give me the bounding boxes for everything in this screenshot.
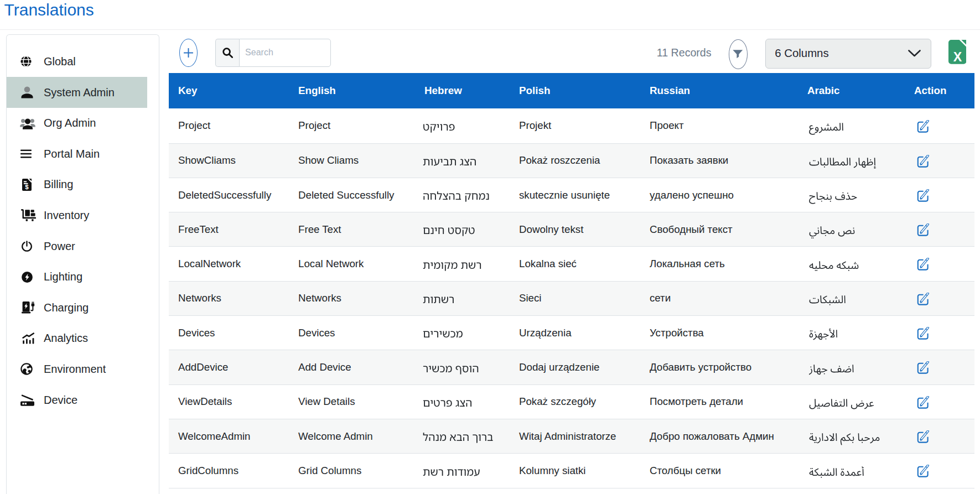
svg-text:$: $: [25, 184, 29, 190]
svg-text:X: X: [953, 50, 962, 64]
